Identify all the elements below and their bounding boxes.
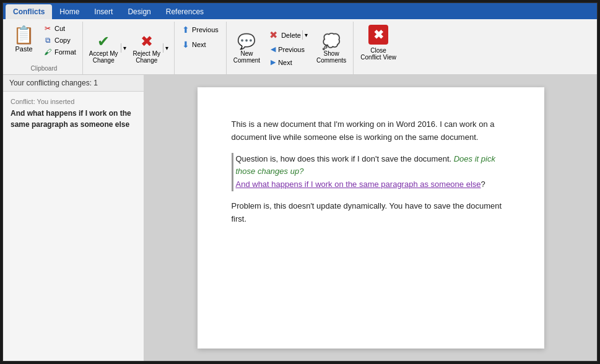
delete-comment-wrapper: ✖ Delete ▾: [267, 28, 310, 42]
reject-label: Reject MyChange: [133, 50, 160, 64]
close-conflict-icon: ✖: [368, 25, 388, 45]
clipboard-items: 📋 Paste ✂ Cut ⧉ Copy 🖌 Format: [9, 23, 79, 64]
clipboard-label: Clipboard: [31, 64, 58, 73]
clipboard-group: 📋 Paste ✂ Cut ⧉ Copy 🖌 Format: [6, 22, 83, 74]
delete-label: Delete: [280, 30, 302, 40]
cut-icon: ✂: [43, 24, 52, 33]
previous-comment-label: Previous: [278, 46, 305, 53]
reject-change-wrapper: ✖ Reject MyChange ▾: [131, 31, 170, 66]
sidebar-header: Your conflicting changes: 1: [3, 75, 144, 92]
copy-button[interactable]: ⧉ Copy: [41, 35, 79, 46]
paste-label: Paste: [15, 45, 32, 53]
paragraph-2-after: ?: [481, 180, 485, 189]
delete-comment-button[interactable]: ✖ Delete ▾: [267, 28, 310, 42]
paste-icon: 📋: [13, 25, 35, 45]
previous-button[interactable]: ⬆ Previous: [178, 23, 222, 37]
cut-button[interactable]: ✂ Cut: [41, 23, 79, 34]
accept-icon: ✔: [97, 33, 110, 50]
paragraph-1: This is a new document that I'm working …: [232, 118, 510, 144]
accept-change-wrapper: ✔ Accept MyChange ▾: [87, 31, 128, 66]
close-conflict-button[interactable]: ✖ CloseConflict View: [357, 23, 399, 63]
new-comment-icon: 💬: [237, 33, 256, 50]
accept-label: Accept MyChange: [89, 50, 118, 64]
conflict-item[interactable]: Conflict: You inserted And what happens …: [3, 92, 144, 136]
accept-change-button[interactable]: ✔ Accept MyChange ▾: [87, 31, 128, 66]
new-comment-label: NewComment: [233, 50, 260, 64]
paste-button[interactable]: 📋 Paste: [9, 23, 38, 54]
accept-reject-group: ✔ Accept MyChange ▾ ✖ Reject MyChange ▾: [83, 22, 175, 74]
next-button[interactable]: ⬇ Next: [178, 38, 210, 51]
paragraph-2-before: Question is, how does this work if I don…: [236, 154, 454, 163]
accept-dropdown-arrow[interactable]: ▾: [121, 43, 128, 53]
previous-comment-button[interactable]: ◀ Previous: [267, 43, 310, 55]
paragraph-2: Question is, how does this work if I don…: [232, 153, 510, 191]
paragraph-2-underline: And what happens if I work on the same p…: [236, 180, 481, 189]
close-conflict-wrapper: ✖ CloseConflict View: [357, 23, 399, 63]
next-label: Next: [192, 41, 206, 48]
small-clipboard-btns: ✂ Cut ⧉ Copy 🖌 Format: [41, 23, 79, 58]
previous-comment-icon: ◀: [271, 45, 276, 53]
close-conflict-label: CloseConflict View: [360, 47, 396, 61]
format-button[interactable]: 🖌 Format: [41, 46, 79, 58]
tab-design[interactable]: Design: [120, 4, 158, 19]
previous-label: Previous: [192, 26, 219, 33]
delete-icon: ✖: [267, 28, 280, 42]
main-content: Your conflicting changes: 1 Conflict: Yo…: [3, 75, 597, 361]
next-comment-label: Next: [278, 59, 292, 66]
new-comment-wrapper: 💬 NewComment: [230, 31, 263, 66]
document-area: This is a new document that I'm working …: [144, 75, 597, 361]
show-comments-icon: 💭: [322, 33, 341, 50]
ribbon: 📋 Paste ✂ Cut ⧉ Copy 🖌 Format: [3, 19, 597, 75]
tab-insert[interactable]: Insert: [87, 4, 120, 19]
reject-change-button[interactable]: ✖ Reject MyChange ▾: [131, 31, 170, 66]
show-comments-wrapper: 💭 ShowComments: [313, 31, 349, 66]
document-page: This is a new document that I'm working …: [198, 87, 544, 349]
previous-icon: ⬆: [182, 25, 189, 35]
prev-next-group: ⬆ Previous ⬇ Next: [175, 22, 227, 74]
paragraph-1-text: This is a new document that I'm working …: [232, 119, 495, 142]
tab-home[interactable]: Home: [52, 4, 87, 19]
sidebar: Your conflicting changes: 1 Conflict: Yo…: [3, 75, 144, 361]
conflict-item-text: And what happens if I work on the same p…: [11, 108, 136, 130]
paragraph-3-text: Problem is, this doesn't update dynamica…: [232, 201, 502, 223]
accept-main: ✔ Accept MyChange: [87, 31, 121, 66]
cut-label: Cut: [54, 25, 65, 32]
close-conflict-group: ✖ CloseConflict View: [354, 22, 403, 74]
comment-nav-btns: ✖ Delete ▾ ◀ Previous ▶ Next: [267, 28, 310, 68]
next-comment-icon: ▶: [271, 58, 276, 66]
paragraph-3: Problem is, this doesn't update dynamica…: [232, 200, 510, 226]
comments-group: 💬 NewComment ✖ Delete ▾ ◀ Previous: [227, 22, 354, 74]
show-comments-button[interactable]: 💭 ShowComments: [313, 31, 349, 66]
show-comments-label: ShowComments: [316, 50, 346, 64]
tab-references[interactable]: References: [159, 4, 211, 19]
delete-dropdown-arrow[interactable]: ▾: [302, 30, 310, 40]
format-icon: 🖌: [43, 48, 52, 56]
ribbon-tabs: Conflicts Home Insert Design References: [3, 3, 597, 19]
reject-icon: ✖: [141, 33, 153, 50]
copy-icon: ⧉: [43, 36, 52, 45]
next-comment-button[interactable]: ▶ Next: [267, 56, 310, 68]
tab-conflicts[interactable]: Conflicts: [6, 4, 52, 19]
reject-dropdown-arrow[interactable]: ▾: [163, 43, 170, 53]
new-comment-button[interactable]: 💬 NewComment: [230, 31, 263, 66]
nav-items: ⬆ Previous ⬇ Next: [178, 23, 222, 73]
copy-label: Copy: [54, 37, 71, 44]
conflict-item-label: Conflict: You inserted: [11, 98, 136, 105]
next-icon: ⬇: [182, 40, 189, 50]
reject-main: ✖ Reject MyChange: [131, 31, 163, 66]
format-label: Format: [54, 48, 76, 56]
